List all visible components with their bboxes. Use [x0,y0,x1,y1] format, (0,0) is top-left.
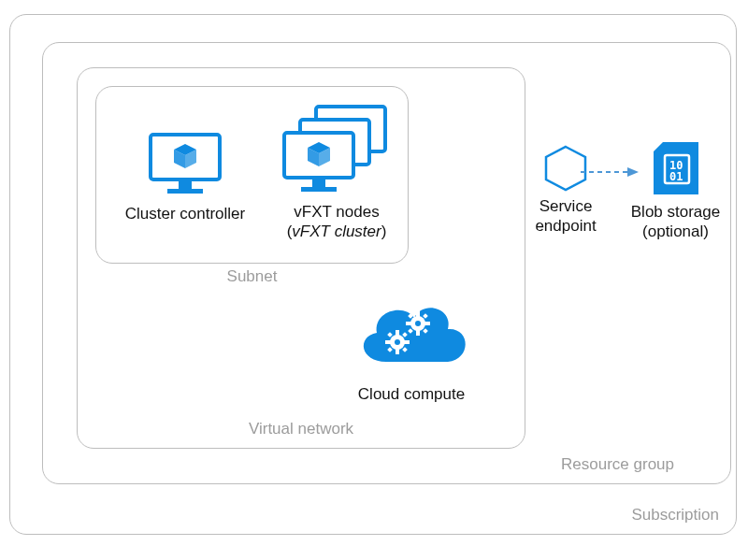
blob-storage-label: Blob storage (optional) [622,202,729,242]
svg-rect-29 [424,322,430,325]
svg-point-34 [415,321,421,326]
blob-line1: Blob storage [631,203,720,221]
svg-rect-27 [416,330,420,336]
subscription-label: Subscription [631,506,719,524]
cluster-controller-item: Cluster controller [110,131,260,223]
monitors-stack-icon [280,103,393,196]
svg-rect-1 [179,181,192,189]
svg-rect-36 [396,330,399,336]
resource-group-label: Resource group [561,455,674,474]
svg-rect-13 [312,179,325,187]
blob-storage-icon: 10 01 [646,138,706,198]
svg-rect-2 [167,189,203,194]
cloud-gears-icon [351,292,472,381]
svg-point-44 [395,339,400,345]
svg-rect-26 [416,311,420,317]
endpoint-line1: Service [539,197,593,215]
blob-line2: (optional) [642,223,709,240]
subnet-label: Subnet [227,267,278,286]
svg-marker-18 [546,147,585,190]
service-endpoint-label: Service endpoint [519,196,612,237]
blob-storage-item: 10 01 Blob storage (optional) [622,138,729,242]
svg-rect-28 [406,322,411,325]
cluster-controller-label: Cluster controller [110,204,260,223]
cloud-compute-item: Cloud compute [327,292,496,404]
svg-rect-14 [301,187,337,192]
cloud-compute-label: Cloud compute [327,384,496,404]
vfxt-nodes-label: vFXT nodes (vFXT cluster) [266,202,407,242]
service-endpoint-item: Service endpoint [519,144,612,237]
vfxt-line1: vFXT nodes [294,203,379,221]
svg-rect-39 [404,340,410,344]
endpoint-line2: endpoint [535,217,596,235]
vfxt-italic: vFXT cluster [292,223,381,240]
svg-text:01: 01 [669,170,683,183]
svg-rect-38 [385,340,391,344]
monitor-icon [147,131,223,196]
svg-rect-37 [396,349,399,354]
hexagon-icon [541,144,590,193]
vfxt-paren-close: ) [381,223,387,240]
vfxt-nodes-item: vFXT nodes (vFXT cluster) [266,103,407,242]
virtual-network-label: Virtual network [249,420,353,438]
